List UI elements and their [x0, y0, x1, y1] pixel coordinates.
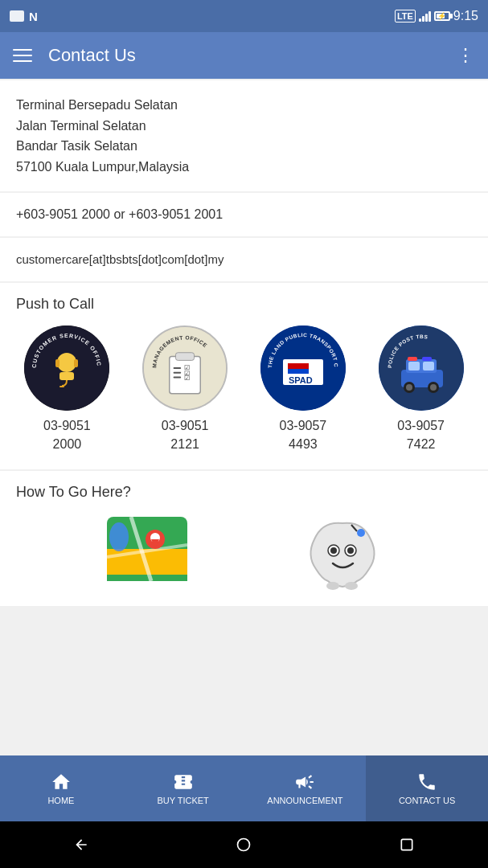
svg-point-51 [345, 582, 358, 590]
spad-phone-number: 03-9057 4493 [280, 417, 327, 453]
battery-lightning-icon: ⚡ [437, 12, 446, 20]
clock: 9:15 [453, 9, 478, 23]
svg-rect-34 [422, 357, 432, 361]
svg-rect-12 [174, 372, 182, 374]
police-phone-number: 03-9057 7422 [397, 417, 445, 453]
phone-card: +603-9051 2000 or +603-9051 2001 [0, 193, 488, 236]
call-item-management[interactable]: MANAGEMENT OFFICE ☑ ☑ ☑ [133, 326, 237, 453]
battery-icon: ⚡ [434, 11, 450, 21]
google-maps-button[interactable] [107, 517, 187, 593]
spad-svg-icon: THE LAND PUBLIC TRANSPORT COMMISSION SPA… [260, 326, 346, 411]
signal-bar-1 [419, 18, 421, 22]
hamburger-line-1 [13, 49, 32, 51]
address-line4: 57100 Kuala Lumpur,Malaysia [16, 160, 189, 174]
hamburger-line-2 [13, 55, 32, 56]
call-icons-row: CUSTOMER SERVICE OFFICE 03-9051 [0, 326, 488, 453]
nav-item-contact-us[interactable]: CONTACT US [366, 755, 488, 821]
app-bar-left: Contact Us [13, 45, 136, 66]
svg-rect-5 [74, 359, 78, 367]
svg-point-47 [347, 547, 354, 554]
call-item-police[interactable]: POLICE POST TBS [369, 326, 474, 453]
home-button[interactable] [223, 833, 264, 857]
waze-icon [305, 517, 381, 593]
svg-rect-10 [176, 353, 195, 361]
email-card: customercare[at]tbsbts[dot]com[dot]my [0, 238, 488, 281]
signal-bar-4 [429, 11, 431, 22]
sim-icon [10, 10, 24, 22]
announcement-icon [294, 772, 315, 792]
mo-circle-icon: MANAGEMENT OFFICE ☑ ☑ ☑ [142, 326, 228, 411]
push-to-call-title: Push to Call [0, 296, 488, 313]
call-item-spad[interactable]: THE LAND PUBLIC TRANSPORT COMMISSION SPA… [251, 326, 355, 453]
svg-marker-20 [288, 363, 309, 369]
svg-rect-4 [55, 359, 59, 367]
app-title: Contact Us [48, 45, 136, 66]
back-icon [73, 837, 89, 853]
police-svg-icon: POLICE POST TBS [379, 326, 464, 411]
status-bar-right: LTE ⚡ 9:15 [395, 9, 478, 23]
svg-rect-53 [401, 839, 412, 850]
app-bar: Contact Us ⋮ [0, 32, 488, 79]
content-area: Terminal Bersepadu Selatan Jalan Termina… [0, 79, 488, 755]
svg-point-30 [406, 384, 412, 391]
back-button[interactable] [61, 833, 101, 857]
address-line2: Jalan Terminal Selatan [16, 119, 146, 133]
spad-circle-icon: THE LAND PUBLIC TRANSPORT COMMISSION SPA… [260, 326, 346, 411]
svg-rect-6 [59, 386, 64, 387]
address-line1: Terminal Bersepadu Selatan [16, 98, 178, 112]
svg-text:SPAD: SPAD [289, 375, 313, 385]
nav-item-buy-ticket[interactable]: BUY TICKET [122, 755, 244, 821]
map-apps-row [16, 517, 472, 593]
svg-rect-27 [408, 362, 420, 371]
nav-item-announcement[interactable]: ANNOUNCEMENT [244, 755, 367, 821]
home-icon [51, 772, 72, 792]
how-to-card: How To Go Here? [0, 471, 488, 606]
police-circle-icon: POLICE POST TBS [379, 326, 464, 411]
cso-circle-icon: CUSTOMER SERVICE OFFICE [24, 326, 109, 411]
push-to-call-card: Push to Call CUSTOMER SERVICE OFFICE [0, 283, 488, 469]
lte-badge: LTE [395, 10, 416, 23]
mo-phone-number: 03-9051 2121 [162, 417, 209, 453]
more-options-icon[interactable]: ⋮ [457, 45, 475, 66]
nav-label-contact-us: CONTACT US [399, 796, 456, 805]
phone-number-text: +603-9051 2000 or +603-9051 2001 [16, 207, 223, 221]
nav-label-home: HOME [47, 796, 74, 805]
svg-rect-13 [174, 377, 182, 379]
svg-rect-11 [174, 367, 182, 369]
nav-item-home[interactable]: HOME [0, 755, 122, 821]
svg-point-32 [430, 384, 437, 391]
waze-button[interactable] [305, 517, 381, 593]
address-text: Terminal Bersepadu Selatan Jalan Termina… [16, 95, 472, 177]
signal-bar-3 [425, 14, 428, 22]
svg-text:☑: ☑ [184, 375, 190, 383]
svg-marker-21 [288, 369, 309, 374]
svg-rect-37 [107, 575, 187, 581]
bottom-navigation: HOME BUY TICKET ANNOUNCEMENT CONTACT US [0, 755, 488, 821]
svg-point-40 [109, 522, 129, 551]
android-nav-bar [0, 821, 488, 868]
hamburger-menu-icon[interactable] [13, 49, 32, 62]
how-to-title: How To Go Here? [16, 484, 472, 501]
svg-rect-3 [59, 372, 74, 380]
svg-point-52 [238, 839, 250, 851]
mo-svg-icon: MANAGEMENT OFFICE ☑ ☑ ☑ [144, 326, 226, 411]
contact-phone-icon [416, 772, 437, 792]
call-item-cso[interactable]: CUSTOMER SERVICE OFFICE 03-9051 [14, 326, 119, 453]
address-card: Terminal Bersepadu Selatan Jalan Termina… [0, 80, 488, 191]
recents-button[interactable] [387, 833, 427, 857]
recents-icon [399, 837, 415, 853]
svg-point-2 [57, 353, 76, 372]
svg-point-48 [357, 529, 365, 537]
ticket-icon [173, 772, 194, 792]
signal-bars [419, 10, 431, 22]
status-bar: N LTE ⚡ 9:15 [0, 0, 488, 32]
email-address-text: customercare[at]tbsbts[dot]com[dot]my [16, 252, 223, 266]
hamburger-line-3 [13, 60, 32, 62]
svg-point-45 [330, 547, 337, 554]
status-bar-left: N [10, 10, 38, 23]
svg-rect-28 [423, 362, 434, 371]
nav-label-buy-ticket: BUY TICKET [157, 796, 208, 805]
cso-svg-icon: CUSTOMER SERVICE OFFICE [24, 326, 109, 411]
signal-bar-2 [422, 16, 424, 22]
android-home-icon [236, 837, 252, 853]
